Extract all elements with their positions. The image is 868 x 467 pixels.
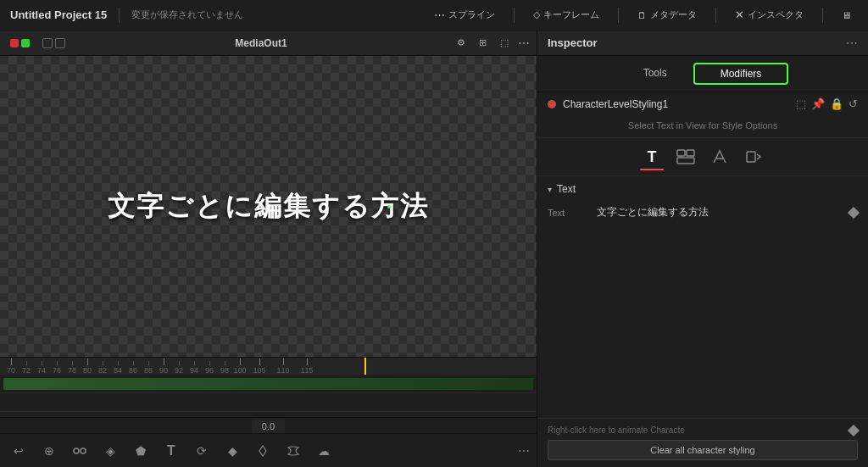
paint-btn[interactable] [251, 439, 275, 463]
tracker-btn[interactable]: ⟳ [190, 439, 214, 463]
ruler-mark: 80 [80, 359, 95, 375]
divider [715, 8, 716, 23]
merge-btn[interactable] [68, 439, 92, 463]
undo-btn[interactable]: ↩ [7, 439, 31, 463]
inspector-title: Inspector [548, 36, 598, 49]
animate-keyframe-btn[interactable] [848, 424, 860, 436]
project-name: Untitled Project 15 [10, 8, 107, 21]
tab-tools[interactable]: Tools [617, 63, 693, 85]
section-header[interactable]: ▾ Text [548, 183, 858, 195]
ruler-mark: 70 [3, 359, 19, 375]
settings-icon: ⚙ [457, 37, 465, 47]
track-row [0, 393, 537, 412]
divider [822, 8, 823, 23]
unsaved-label: 変更が保存されていません [131, 8, 243, 21]
viewer-area: 文字ごとに編集する方法 [0, 56, 537, 357]
inspector-btn[interactable]: ✕ インスペクタ [728, 6, 810, 24]
shading-icon [711, 148, 728, 165]
inspector-panel: Inspector ⋯ Tools Modifiers CharacterLev… [537, 31, 868, 467]
style-icons: T [537, 138, 868, 176]
text-style-btn[interactable]: T [640, 145, 664, 169]
text-prop-value: 文字ごとに編集する方法 [597, 205, 843, 220]
merge-icon [73, 444, 86, 458]
keyframe-btn[interactable]: ◇ キーフレーム [526, 6, 606, 24]
timeline-area: 70 72 74 76 78 80 82 84 86 88 90 92 94 9… [0, 357, 537, 433]
ruler-mark: 76 [49, 361, 64, 375]
ruler-mark: 92 [171, 361, 186, 375]
inspector-tabs: Tools Modifiers [537, 56, 868, 92]
inspector-more-btn[interactable]: ⋯ [846, 36, 858, 50]
select-hint: Select Text in View for Style Options [537, 115, 868, 138]
viewer-layout-btn[interactable] [38, 36, 70, 50]
dot-a-green [21, 39, 30, 47]
text-prop-row: Text 文字ごとに編集する方法 [548, 202, 858, 223]
divider [514, 8, 515, 23]
ruler-mark: 94 [186, 361, 202, 375]
node-pin-btn[interactable]: 📌 [811, 97, 825, 110]
shading-style-btn[interactable] [708, 145, 732, 169]
warp-btn[interactable] [281, 439, 305, 463]
transform-icon [745, 149, 762, 164]
svg-rect-4 [677, 158, 694, 164]
transform-style-btn[interactable] [742, 145, 765, 169]
spline-icon: ⋯ [434, 8, 445, 21]
main-layout: MediaOut1 ⚙ ⊞ ⬚ ⋯ 文字ごとに編集する方法 70 72 [0, 31, 868, 467]
svg-point-1 [81, 448, 86, 453]
ruler-mark: 110 [271, 359, 295, 375]
grid-icon: ⊞ [479, 37, 487, 47]
inspector-header: Inspector ⋯ [537, 31, 868, 56]
ruler-mark: 82 [95, 361, 110, 375]
ruler-mark: 84 [110, 361, 125, 375]
metadata-btn[interactable]: 🗒 メタデータ [631, 6, 704, 24]
viewer-fit-btn[interactable]: ⬚ [496, 36, 513, 50]
ruler-mark: 98 [217, 361, 232, 375]
title-bar: Untitled Project 15 変更が保存されていません ⋯ スプライン… [0, 0, 868, 31]
text-btn[interactable]: T [159, 439, 183, 463]
inspector-icon: ✕ [735, 8, 744, 21]
ruler-mark: 72 [19, 361, 34, 375]
monitor-icon: 🖥 [842, 10, 851, 20]
keyframe-icon: ◇ [533, 9, 540, 20]
inspector-bottom: Right-click here to animate Characte Cle… [537, 418, 868, 467]
ruler-mark: 100 [232, 359, 248, 375]
node-lock-btn[interactable]: 🔒 [830, 97, 843, 110]
layout-style-btn[interactable] [674, 145, 698, 169]
divider [618, 8, 619, 23]
warp-icon [287, 444, 300, 458]
particles-btn[interactable]: ⊕ [37, 439, 61, 463]
more-btn[interactable]: ⋯ [518, 444, 530, 458]
shape-btn[interactable]: ◈ [98, 439, 122, 463]
layout-icon [676, 149, 695, 164]
viewer-settings-btn[interactable]: ⚙ [453, 36, 470, 50]
cloud-btn[interactable]: ☁ [312, 439, 336, 463]
node-name: CharacterLevelStyling1 [563, 98, 789, 110]
dot-a-red [10, 39, 19, 47]
ruler-mark: 105 [248, 359, 271, 375]
text-section: ▾ Text Text 文字ごとに編集する方法 [537, 176, 868, 230]
clear-styling-btn[interactable]: Clear all character styling [548, 440, 858, 460]
svg-rect-5 [747, 152, 755, 162]
inspector-spacer [537, 230, 868, 418]
node-undo-btn[interactable]: ↺ [849, 97, 858, 110]
timeline-ruler: 70 72 74 76 78 80 82 84 86 88 90 92 94 9… [0, 358, 537, 375]
mask-btn[interactable]: ◆ [220, 439, 244, 463]
viewer-more-btn[interactable]: ⋯ [518, 36, 530, 50]
text-keyframe-btn[interactable] [848, 206, 860, 218]
viewer-grid-btn[interactable]: ⊞ [475, 36, 491, 50]
spline-btn[interactable]: ⋯ スプライン [427, 6, 502, 24]
cursor-dot [387, 205, 391, 208]
ruler-mark: 78 [64, 361, 80, 375]
node-status-dot [548, 100, 556, 108]
viewer-toolbar: MediaOut1 ⚙ ⊞ ⬚ ⋯ [0, 31, 537, 56]
section-title: Text [557, 183, 576, 195]
svg-rect-3 [687, 150, 694, 156]
paint-icon [256, 444, 270, 458]
bottom-toolbar: ↩ ⊕ ◈ ⬟ T ⟳ ◆ ☁ [0, 433, 537, 467]
timeline-timecode: 0.0 [0, 417, 537, 433]
ruler-mark: 86 [125, 361, 141, 375]
monitor-btn[interactable]: 🖥 [835, 8, 858, 23]
ruler-mark: 74 [34, 361, 49, 375]
polygon-btn[interactable]: ⬟ [129, 439, 153, 463]
node-copy-btn[interactable]: ⬚ [796, 97, 806, 110]
tab-modifiers[interactable]: Modifiers [693, 63, 789, 85]
